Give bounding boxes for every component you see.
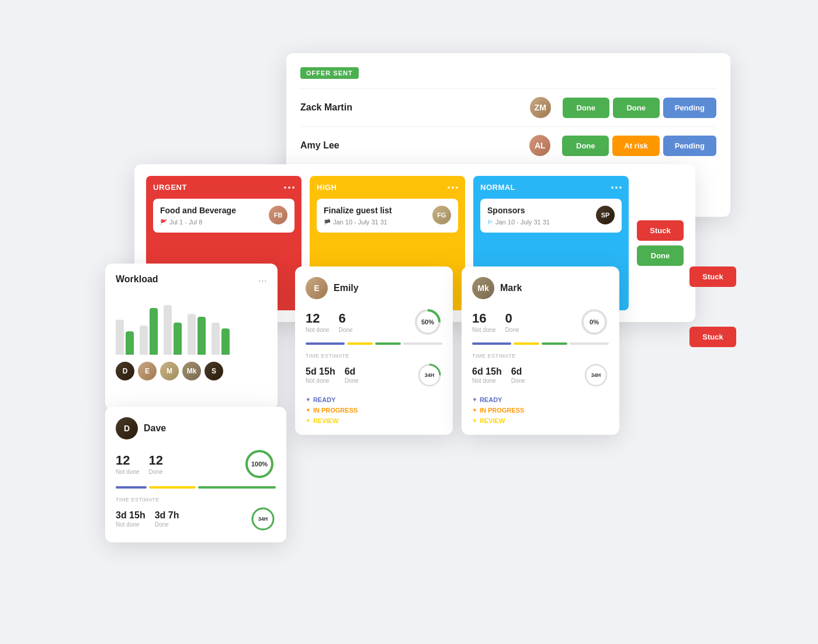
mark-ready[interactable]: ▼ READY xyxy=(472,396,609,403)
emily-done: 6 xyxy=(339,311,353,326)
kanban-task-food[interactable]: Food and Beverage 🚩 Jul 1 - Jul 8 FB xyxy=(153,199,294,233)
task-finalize-date: 🏴 Jan 10 - July 31 31 xyxy=(324,219,392,226)
emily-ready[interactable]: ▼ READY xyxy=(306,396,442,403)
emily-avatar: E xyxy=(306,277,328,299)
avatar-zack: ZM xyxy=(530,97,551,118)
kanban-high-title: HIGH xyxy=(317,183,337,192)
bar-green-1 xyxy=(126,331,134,355)
workload-avatars: D E M Mk S xyxy=(116,362,267,380)
mark-progress-bar xyxy=(472,342,609,345)
emily-progress-label: 50% xyxy=(421,318,434,326)
status-atrisk-1[interactable]: At risk xyxy=(612,136,659,156)
status-pending-2[interactable]: Pending xyxy=(663,136,716,156)
status-pending-1[interactable]: Pending xyxy=(663,98,716,118)
bar-group-1 xyxy=(116,320,134,355)
mark-name: Mark xyxy=(500,283,522,293)
emily-inprogress[interactable]: ▼ IN PROGRESS xyxy=(306,407,442,414)
dave-time-notdone: 3d 15h xyxy=(116,510,145,521)
kanban-task-finalize[interactable]: Finalize guest list 🏴 Jan 10 - July 31 3… xyxy=(317,199,458,233)
offer-statuses-amy: Done At risk Pending xyxy=(562,136,716,156)
emily-time-stats: 5d 15h Not done 6d Done 34H xyxy=(306,362,442,388)
emily-time-done-label: Done xyxy=(345,378,359,384)
dave-done: 12 xyxy=(149,453,163,468)
chevron-review: ▼ xyxy=(306,418,311,424)
chevron-mark-inprogress: ▼ xyxy=(472,407,477,413)
mark-time-ring: 34H xyxy=(583,362,609,388)
emily-review[interactable]: ▼ REVIEW xyxy=(306,417,442,424)
mark-not-done-label: Not done xyxy=(472,327,496,333)
far-right-panel: Stuck Stuck xyxy=(689,266,736,347)
mark-time-ring-label: 34H xyxy=(591,372,601,378)
task-food-avatar: FB xyxy=(269,206,287,224)
dave-not-done: 12 xyxy=(116,453,140,468)
dave-time-done-label: Done xyxy=(155,521,179,528)
dave-time-stats: 3d 15h Not done 3d 7h Done 34H xyxy=(116,506,276,532)
workload-avatar-1[interactable]: D xyxy=(116,362,134,380)
mark-sections: ▼ READY ▼ IN PROGRESS ▼ REVIEW xyxy=(472,396,609,424)
dave-time-label: TIME ESTIMATE xyxy=(116,497,276,503)
chevron-inprogress: ▼ xyxy=(306,407,311,413)
bar-green-5 xyxy=(221,328,230,355)
mark-done-label: Done xyxy=(505,327,519,333)
workload-avatar-4[interactable]: Mk xyxy=(182,362,201,380)
workload-title: Workload xyxy=(116,274,158,285)
offer-row-zack: Zack Martin ZM Done Done Pending xyxy=(300,88,716,126)
chevron-mark-review: ▼ xyxy=(472,418,477,424)
bar-gray-4 xyxy=(188,314,196,355)
dave-not-done-label: Not done xyxy=(116,469,140,475)
kanban-high-dots[interactable] xyxy=(448,186,458,189)
mark-time-stats: 6d 15h Not done 6d Done 34H xyxy=(472,362,609,388)
workload-card: Workload ··· xyxy=(105,264,278,410)
dave-time-ring-label: 34H xyxy=(258,516,268,522)
emily-done-label: Done xyxy=(339,327,353,333)
workload-menu[interactable]: ··· xyxy=(258,275,267,287)
status-done-2[interactable]: Done xyxy=(613,98,660,118)
offer-sent-badge: OFFER SENT xyxy=(300,67,359,79)
side-done-1[interactable]: Done xyxy=(637,245,684,266)
mark-time-done-label: Done xyxy=(511,378,525,384)
kanban-normal-dots[interactable] xyxy=(611,186,622,189)
offer-name-zack: Zack Martin xyxy=(300,102,530,113)
workload-bars xyxy=(116,296,267,355)
flag-blue: 🏳 xyxy=(487,219,493,226)
bar-gray-2 xyxy=(140,326,148,355)
far-stuck-2[interactable]: Stuck xyxy=(689,327,736,347)
offer-row-amy: Amy Lee AL Done At risk Pending xyxy=(300,126,716,164)
mark-time-done: 6d xyxy=(511,366,525,377)
far-stuck-1[interactable]: Stuck xyxy=(689,266,736,287)
mark-progress-label: 0% xyxy=(590,318,599,326)
mark-review[interactable]: ▼ REVIEW xyxy=(472,417,609,424)
side-stuck-1[interactable]: Stuck xyxy=(637,220,684,241)
bar-gray-1 xyxy=(116,320,124,355)
mark-time-notdone-label: Not done xyxy=(472,378,502,384)
bar-green-3 xyxy=(174,323,182,355)
emily-time-ring: 34H xyxy=(417,362,442,388)
task-sponsors-title: Sponsors xyxy=(487,206,550,215)
workload-avatar-5[interactable]: S xyxy=(204,362,223,380)
offer-statuses-zack: Done Done Pending xyxy=(563,98,716,118)
emily-card: E Emily 12 Not done 6 Done 50% xyxy=(295,266,453,435)
workload-avatar-3[interactable]: M xyxy=(160,362,179,380)
mark-done: 0 xyxy=(505,311,519,326)
bar-group-5 xyxy=(212,323,230,355)
bar-gray-3 xyxy=(164,305,172,355)
dave-time-done: 3d 7h xyxy=(155,510,179,521)
dave-progress-bar xyxy=(116,486,276,489)
emily-name: Emily xyxy=(334,283,359,293)
mark-time-notdone: 6d 15h xyxy=(472,366,502,377)
status-done-1[interactable]: Done xyxy=(563,98,609,118)
status-done-3[interactable]: Done xyxy=(562,136,609,156)
chevron-mark-ready: ▼ xyxy=(472,397,477,403)
emily-not-done: 12 xyxy=(306,311,330,326)
emily-time-ring-label: 34H xyxy=(425,372,435,378)
dave-card: D Dave 12 Not done 12 Done 100% xyxy=(105,407,286,542)
mark-time-label: TIME ESTIMATE xyxy=(472,353,609,359)
kanban-urgent-dots[interactable] xyxy=(284,186,294,189)
flag-yellow: 🏴 xyxy=(324,219,331,226)
bar-gray-5 xyxy=(212,323,220,355)
dave-done-label: Done xyxy=(149,469,163,475)
mark-inprogress[interactable]: ▼ IN PROGRESS xyxy=(472,407,609,414)
kanban-task-sponsors[interactable]: Sponsors 🏳 Jan 10 - July 31 31 SP xyxy=(480,199,622,233)
workload-avatar-2[interactable]: E xyxy=(138,362,157,380)
dave-name: Dave xyxy=(144,423,166,434)
